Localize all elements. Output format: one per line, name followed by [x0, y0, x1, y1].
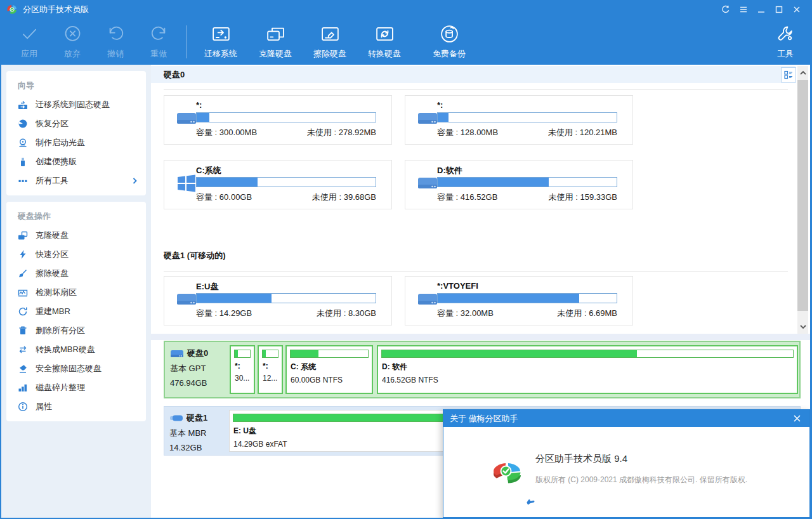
migrate-system-label: 迁移系统 — [204, 48, 237, 60]
sidebar-item-portable-version[interactable]: 创建便携版 — [6, 152, 146, 171]
migrate-ssd-icon — [18, 100, 28, 110]
all-tools-icon — [18, 176, 28, 186]
close-icon — [793, 414, 801, 423]
minimize-button[interactable] — [752, 0, 770, 19]
wipe-disk-icon — [320, 23, 341, 47]
free-backup-button[interactable]: 免费备份 — [422, 19, 476, 65]
close-button[interactable] — [788, 0, 806, 19]
volume-capacity: 容量 : 14.29GB — [196, 308, 252, 319]
convert-disk-button[interactable]: 转换硬盘 — [357, 19, 412, 65]
partition-block-c[interactable]: C: 系统 60.00GB NTFS — [285, 345, 373, 394]
undo-label: 撤销 — [107, 48, 124, 60]
diskmap-row-disk0[interactable]: 硬盘0 基本 GPT 476.94GB *: 30... *: 12... C:… — [164, 341, 801, 398]
dialog-close-button[interactable] — [790, 412, 803, 425]
sidebar-item-delete-all-partitions[interactable]: 删除所有分区 — [6, 321, 146, 340]
sidebar-item-check-bad-sectors[interactable]: 检测坏扇区 — [6, 283, 146, 302]
free-backup-label: 免费备份 — [433, 48, 466, 60]
dialog-title: 关于 傲梅分区助手 — [450, 413, 518, 424]
sidebar-item-migrate-to-ssd[interactable]: 迁移系统到固态硬盘 — [6, 95, 146, 114]
sidebar: 向导 迁移系统到固态硬盘 恢复分区 制作启动光盘 创建便携版 所有工具 — [1, 65, 151, 518]
volume-capacity: 容量 : 300.00MB — [196, 127, 257, 138]
partition-size: 30... — [235, 374, 250, 383]
clone-disk-button[interactable]: 克隆硬盘 — [248, 19, 303, 65]
disk1-info: 硬盘1 基本 MBR 14.32GB — [169, 412, 229, 452]
volume-unused: 未使用 : 6.69MB — [557, 308, 617, 319]
convert-disk-label: 转换硬盘 — [368, 48, 401, 60]
free-backup-icon — [439, 23, 460, 47]
scrollbar-thumb[interactable] — [797, 80, 808, 311]
maximize-button[interactable] — [770, 0, 788, 19]
sidebar-item-bootable-media[interactable]: 制作启动光盘 — [6, 133, 146, 152]
sidebar-item-properties[interactable]: 属性 — [6, 397, 146, 416]
volume-card-vtoyefi[interactable]: *:VTOYEFI 容量 : 32.00MB 未使用 : 6.69MB — [405, 276, 633, 325]
volume-card-msr[interactable]: *: 容量 : 128.00MB 未使用 : 120.21MB — [405, 95, 633, 145]
sidebar-item-label: 擦除硬盘 — [36, 268, 69, 279]
app-logo-icon — [6, 4, 18, 15]
partition-block-msr[interactable]: *: 12... — [258, 345, 283, 394]
clone-disk-icon — [18, 230, 28, 240]
product-version-text: 分区助手技术员版 9.4 — [535, 453, 627, 465]
partition-size: 12... — [263, 374, 278, 383]
sidebar-item-rebuild-mbr[interactable]: 重建MBR — [6, 302, 146, 321]
hand-pointer-icon — [525, 497, 535, 508]
volume-card-d[interactable]: D:软件 容量 : 416.52GB 未使用 : 159.33GB — [405, 160, 633, 209]
apply-button[interactable]: 应用 — [8, 19, 51, 65]
volume-card-c[interactable]: C:系统 容量 : 60.00GB 未使用 : 39.68GB — [164, 160, 392, 209]
sidebar-item-all-tools[interactable]: 所有工具 — [6, 171, 146, 190]
volume-card-e[interactable]: E:U盘 容量 : 14.29GB 未使用 : 8.30GB — [164, 276, 392, 325]
volume-usage-bar — [437, 293, 617, 303]
partition-block-d[interactable]: D: 软件 416.52GB NTFS — [377, 345, 798, 394]
sidebar-item-convert-to-mbr[interactable]: 转换成MBR硬盘 — [6, 340, 146, 359]
redo-button[interactable]: 重做 — [137, 19, 180, 65]
wrench-icon — [775, 23, 796, 47]
volume-capacity: 容量 : 416.52GB — [437, 192, 497, 203]
sidebar-item-clone-disk[interactable]: 克隆硬盘 — [6, 226, 146, 245]
wipe-disk-icon — [18, 268, 28, 279]
disk1-name-line: 硬盘1 — [169, 412, 229, 424]
app-window: 分区助手技术员版 应用 放弃 — [0, 0, 812, 519]
sidebar-item-recover-partition[interactable]: 恢复分区 — [6, 114, 146, 133]
quick-partition-icon — [18, 249, 28, 260]
volume-name: *: — [437, 100, 443, 110]
apply-label: 应用 — [21, 48, 37, 60]
sidebar-item-secure-erase-ssd[interactable]: 安全擦除固态硬盘 — [6, 359, 146, 378]
sidebar-item-label: 所有工具 — [36, 175, 69, 187]
volume-usage-bar — [196, 177, 376, 187]
volume-name: *:VTOYEFI — [437, 281, 478, 291]
migrate-system-icon — [211, 23, 232, 47]
scroll-down-arrow[interactable] — [797, 320, 808, 334]
disk0-header-band: 硬盘0 — [151, 66, 796, 83]
scroll-up-arrow[interactable] — [797, 66, 808, 80]
sidebar-item-label: 安全擦除固态硬盘 — [36, 363, 102, 374]
tools-button[interactable]: 工具 — [764, 19, 807, 65]
vertical-scrollbar[interactable] — [797, 66, 808, 334]
migrate-system-button[interactable]: 迁移系统 — [193, 19, 248, 65]
volume-name: C:系统 — [196, 165, 221, 176]
sidebar-item-label: 属性 — [36, 401, 52, 412]
bad-sectors-icon — [18, 287, 28, 298]
sidebar-item-wipe-disk[interactable]: 擦除硬盘 — [6, 264, 146, 283]
secure-erase-icon — [18, 364, 28, 374]
volume-unused: 未使用 : 120.21MB — [548, 127, 617, 138]
copyright-text: 版权所有 (C) 2009-2021 成都傲梅科技有限公司. 保留所有版权. — [535, 475, 747, 485]
partition-block-esp[interactable]: *: 30... — [230, 345, 255, 394]
volume-card-esp[interactable]: *: 容量 : 300.00MB 未使用 : 278.92MB — [164, 95, 392, 145]
view-toggle-button[interactable] — [781, 67, 796, 82]
disk-icon — [417, 289, 438, 310]
volume-name: *: — [196, 100, 202, 110]
partition-usage-bar — [262, 350, 278, 358]
partition-label: D: 软件 — [382, 362, 793, 372]
discard-button[interactable]: 放弃 — [51, 19, 94, 65]
undo-button[interactable]: 撤销 — [94, 19, 137, 65]
sidebar-item-quick-partition[interactable]: 快速分区 — [6, 245, 146, 264]
disk-size: 14.32GB — [169, 443, 229, 452]
tools-label: 工具 — [777, 48, 794, 60]
refresh-button[interactable] — [717, 0, 735, 19]
sidebar-item-defrag[interactable]: 磁盘碎片整理 — [6, 378, 146, 397]
disk0-divider — [164, 89, 788, 89]
window-title: 分区助手技术员版 — [23, 4, 89, 15]
wipe-disk-button[interactable]: 擦除硬盘 — [303, 19, 357, 65]
sidebar-item-label: 迁移系统到固态硬盘 — [36, 99, 110, 110]
menu-button[interactable] — [735, 0, 752, 19]
dialog-title-bar: 关于 傲梅分区助手 — [443, 410, 809, 427]
